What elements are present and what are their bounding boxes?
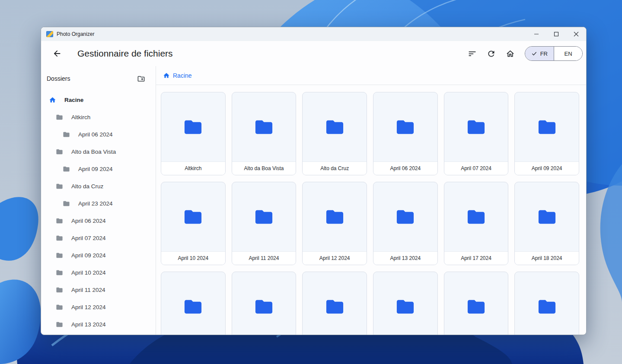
tree-item[interactable]: April 07 2024	[41, 229, 156, 247]
folder-card-body	[161, 182, 225, 251]
folder-icon	[537, 117, 557, 137]
folder-card[interactable]: April 12 2024	[302, 182, 367, 265]
folder-card[interactable]: April 06 2024	[373, 92, 438, 175]
folder-card[interactable]: April 18 2024	[514, 182, 579, 265]
maximize-icon	[554, 32, 559, 37]
tree-item[interactable]: April 09 2024	[41, 247, 156, 264]
folder-card-label: Alto da Boa Vista	[244, 165, 284, 171]
folder-card[interactable]: Altkirch	[161, 92, 226, 175]
tree-item[interactable]: April 23 2024	[41, 195, 156, 212]
folder-card-footer: Altkirch	[161, 161, 225, 175]
maximize-button[interactable]	[546, 27, 566, 41]
folder-icon	[56, 114, 63, 121]
folder-card[interactable]: April 17 2024	[444, 182, 509, 265]
tree-item[interactable]: April 13 2024	[41, 316, 156, 333]
folder-icon	[537, 297, 557, 317]
folder-icon	[63, 165, 70, 173]
folder-card[interactable]: April 13 2024	[373, 182, 438, 265]
folder-card-footer: April 09 2024	[515, 161, 579, 175]
minimize-button[interactable]	[526, 27, 546, 41]
folder-card-footer: April 12 2024	[303, 251, 367, 265]
language-option-fr[interactable]: FR	[525, 47, 554, 60]
tree-item[interactable]: Altkirch	[41, 108, 156, 126]
folder-card-footer: April 18 2024	[515, 251, 579, 265]
folder-icon	[183, 117, 203, 137]
page-title: Gestionnaire de fichiers	[77, 48, 173, 59]
folder-card[interactable]	[232, 272, 297, 335]
folder-card[interactable]	[444, 272, 509, 335]
folder-card-body	[161, 92, 225, 161]
main-panel: Racine AltkirchAlto da Boa VistaAlto da …	[156, 66, 586, 335]
folder-card-body	[303, 272, 367, 335]
breadcrumb[interactable]: Racine	[163, 72, 192, 79]
folder-card-footer: April 10 2024	[161, 251, 225, 265]
folder-card-label: April 11 2024	[249, 255, 279, 261]
folder-card-label: April 18 2024	[532, 255, 562, 261]
folder-icon	[325, 117, 345, 137]
refresh-button[interactable]	[484, 46, 499, 61]
folder-card-footer: April 11 2024	[232, 251, 296, 265]
folder-card-footer: Alto da Boa Vista	[232, 161, 296, 175]
folder-card[interactable]: April 11 2024	[232, 182, 297, 265]
window-title: Photo Organizer	[57, 31, 94, 37]
folder-card[interactable]: Alto da Cruz	[302, 92, 367, 175]
tree-item-label: April 06 2024	[71, 218, 106, 224]
folder-card-label: April 10 2024	[178, 255, 208, 261]
window-content: Dossiers RacineAltkirchApril 06 2024Alto…	[41, 66, 586, 335]
folder-card-body	[232, 272, 296, 335]
tree-item-label: Alto da Cruz	[71, 183, 103, 190]
folder-card-body	[373, 182, 437, 251]
folder-icon	[325, 207, 345, 227]
folder-card-body	[515, 272, 579, 335]
titlebar: Photo Organizer	[41, 27, 586, 41]
folder-icon	[395, 297, 415, 317]
folder-card[interactable]: Alto da Boa Vista	[232, 92, 297, 175]
tree-item[interactable]: April 06 2024	[41, 212, 156, 229]
folder-card-body	[515, 92, 579, 161]
folder-icon	[63, 131, 70, 138]
language-option-en-label: EN	[564, 51, 572, 57]
folder-card[interactable]: April 09 2024	[514, 92, 579, 175]
language-toggle: FR EN	[525, 46, 583, 61]
tree-item[interactable]: Alto da Cruz	[41, 177, 156, 195]
folder-card-label: April 09 2024	[532, 165, 562, 171]
folder-card[interactable]	[373, 272, 438, 335]
tree-item-label: April 09 2024	[71, 252, 106, 259]
tree-item[interactable]: April 12 2024	[41, 298, 156, 316]
folder-card[interactable]	[161, 272, 226, 335]
tree-item-label: April 11 2024	[71, 287, 105, 293]
folder-card[interactable]: April 07 2024	[444, 92, 509, 175]
folder-card-body	[161, 272, 225, 335]
tree-item[interactable]: April 09 2024	[41, 160, 156, 177]
folder-card-label: April 07 2024	[461, 165, 491, 171]
tree-item[interactable]: April 06 2024	[41, 126, 156, 143]
tree-item[interactable]: Racine	[41, 91, 156, 108]
tree-item-label: April 09 2024	[78, 166, 113, 172]
tree-item-label: April 12 2024	[71, 304, 106, 310]
close-button[interactable]	[566, 27, 586, 41]
folder-card-body	[303, 182, 367, 251]
new-folder-button[interactable]	[136, 74, 146, 83]
sort-button[interactable]	[465, 46, 480, 61]
tree-item[interactable]: April 11 2024	[41, 281, 156, 298]
folder-icon	[183, 297, 203, 317]
folder-card-footer: Alto da Cruz	[303, 161, 367, 175]
folder-card[interactable]	[514, 272, 579, 335]
folder-grid: AltkirchAlto da Boa VistaAlto da CruzApr…	[156, 85, 586, 335]
arrow-left-icon	[52, 49, 62, 58]
back-button[interactable]	[50, 46, 64, 61]
folder-card[interactable]: April 10 2024	[161, 182, 226, 265]
app-icon	[46, 31, 53, 37]
close-icon	[574, 32, 579, 37]
home-icon	[506, 49, 515, 58]
tree-item[interactable]: April 10 2024	[41, 264, 156, 281]
home-button[interactable]	[503, 46, 518, 61]
folder-icon	[56, 252, 63, 259]
tree-item[interactable]: Alto da Boa Vista	[41, 143, 156, 160]
folder-card-footer: April 13 2024	[373, 251, 437, 265]
folder-card[interactable]	[302, 272, 367, 335]
folder-icon	[56, 148, 63, 155]
folder-card-label: April 12 2024	[319, 255, 350, 261]
language-option-en[interactable]: EN	[554, 47, 582, 60]
folder-card-label: Altkirch	[185, 165, 201, 171]
